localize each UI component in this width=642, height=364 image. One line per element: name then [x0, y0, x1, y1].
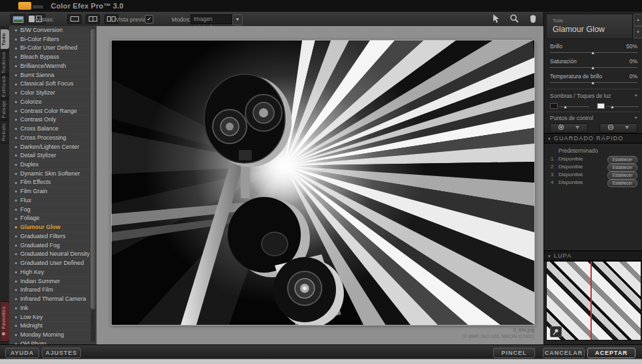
- filter-prev-button[interactable]: ▲: [634, 14, 642, 26]
- slot-set-button[interactable]: Establecer: [607, 179, 637, 187]
- filter-item-fog[interactable]: Fog: [9, 205, 97, 215]
- filter-item-infrared-film[interactable]: Infrared Film: [9, 286, 97, 295]
- lupa-collapse-icon[interactable]: ▾: [548, 254, 551, 258]
- filter-item-contrast-only[interactable]: Contrast Only: [9, 115, 97, 125]
- filter-item-flux[interactable]: Flux: [9, 196, 97, 205]
- slider-track[interactable]: ▲: [550, 52, 637, 53]
- filter-item-graduated-filters[interactable]: Graduated Filters: [9, 232, 97, 241]
- category-tab-retrato[interactable]: Retrato: [1, 120, 10, 144]
- filter-list-scrollbar-thumb[interactable]: [91, 29, 95, 309]
- slot-status: Disponible: [558, 172, 583, 177]
- filter-item-bleach-bypass[interactable]: Bleach Bypass: [9, 53, 97, 62]
- split-view-button[interactable]: [85, 14, 100, 24]
- filter-item-film-grain[interactable]: Film Grain: [9, 187, 97, 196]
- filter-next-button[interactable]: ▼: [634, 26, 642, 38]
- shadow-protect-slider[interactable]: ▲: [559, 106, 589, 107]
- filter-item-foliage[interactable]: Foliage: [9, 214, 97, 223]
- filter-item-bi-color-filters[interactable]: Bi-Color Filters: [9, 35, 97, 44]
- filter-item-old-photo[interactable]: Old Photo: [9, 340, 97, 344]
- ajustes-button[interactable]: AJUSTES: [42, 348, 81, 358]
- filter-item-film-effects[interactable]: Film Effects: [9, 178, 97, 187]
- filter-item-label: Glamour Glow: [20, 224, 61, 230]
- filter-item-contrast-color-range[interactable]: Contrast Color Range: [9, 107, 97, 116]
- lupa-pin-button[interactable]: [550, 326, 562, 337]
- filter-item-ink[interactable]: Ink: [9, 304, 97, 313]
- filter-item-dynamic-skin-softener[interactable]: Dynamic Skin Softener: [9, 170, 97, 179]
- filter-item-midnight[interactable]: Midnight: [9, 322, 97, 331]
- puntos-expand-icon[interactable]: ▸: [635, 115, 637, 120]
- preview-image[interactable]: [111, 40, 535, 326]
- slot-set-button[interactable]: Establecer: [607, 172, 637, 179]
- modos-dropdown-arrow[interactable]: ▼: [232, 14, 243, 25]
- slider-track[interactable]: ▲: [550, 82, 637, 83]
- filter-item-label: Duplex: [20, 161, 38, 168]
- guardado-rapido-header[interactable]: ▾GUARDADO RÁPIDO: [544, 133, 642, 144]
- filter-item-brilliance-warmth[interactable]: Brilliance/Warmth: [9, 62, 97, 71]
- slider-label: Temperatura de brillo: [550, 73, 602, 80]
- filter-item-high-key[interactable]: High Key: [9, 268, 97, 277]
- filter-item-bi-color-user-defined[interactable]: Bi-Color User Defined: [9, 44, 97, 53]
- category-tab-tradicional[interactable]: Tradicional: [1, 51, 10, 74]
- filter-bullet-icon: [15, 200, 17, 202]
- filter-bullet-icon: [15, 182, 17, 184]
- highlight-protect-slider[interactable]: ▲: [606, 106, 639, 107]
- hand-icon[interactable]: [527, 14, 540, 24]
- add-negative-control-point-button[interactable]: [600, 123, 637, 133]
- slider-marker[interactable]: ▲: [590, 50, 595, 55]
- filter-item-darken-lighten-center[interactable]: Darken/Lighten Center: [9, 143, 97, 152]
- filter-item-infrared-thermal-camera[interactable]: Infrared Thermal Camera: [9, 295, 97, 304]
- title-bar: Color Efex Pro™ 3.0: [0, 0, 642, 12]
- pincel-button[interactable]: PINCEL: [493, 348, 535, 358]
- filter-item-b-w-conversion[interactable]: B/W Conversion: [9, 26, 97, 35]
- filter-bullet-icon: [15, 119, 17, 121]
- single-view-button[interactable]: [67, 14, 82, 24]
- slot-set-button[interactable]: Establecer: [607, 156, 637, 164]
- ayuda-button[interactable]: AYUDA: [5, 348, 39, 358]
- filter-item-burnt-sienna[interactable]: Burnt Sienna: [9, 71, 97, 80]
- add-positive-control-point-button[interactable]: [550, 123, 588, 133]
- category-tab-todo[interactable]: Todo: [1, 29, 9, 49]
- filter-item-cross-processing[interactable]: Cross Processing: [9, 134, 97, 143]
- filter-item-graduated-user-defined[interactable]: Graduated User Defined: [9, 259, 97, 268]
- filter-item-detail-stylizer[interactable]: Detail Stylizer: [9, 151, 97, 160]
- slider-marker[interactable]: ▲: [590, 65, 595, 70]
- cursor-icon[interactable]: [489, 14, 502, 24]
- filter-item-label: Cross Processing: [20, 134, 67, 141]
- filter-item-color-stylizer[interactable]: Color Stylizer: [9, 89, 97, 98]
- lupa-header[interactable]: ▾LUPA: [544, 250, 642, 261]
- filter-bullet-icon: [15, 253, 17, 255]
- filter-item-indian-summer[interactable]: Indian Summer: [9, 277, 97, 286]
- guardado-collapse-icon[interactable]: ▾: [548, 136, 551, 141]
- filter-item-glamour-glow[interactable]: Glamour Glow: [9, 223, 97, 232]
- cancelar-button[interactable]: CANCELAR: [543, 348, 585, 358]
- category-tab-favoritos[interactable]: ✱ Favoritos: [1, 301, 10, 342]
- slider-track[interactable]: ▲: [550, 67, 637, 68]
- modos-dropdown[interactable]: Imagen original: [191, 14, 232, 24]
- filter-selector[interactable]: Todo Glamour Glow: [546, 14, 633, 39]
- filter-item-classical-soft-focus[interactable]: Classical Soft Focus: [9, 80, 97, 89]
- category-tab-paisaje[interactable]: Paisaje: [1, 99, 10, 119]
- lupa-split-line[interactable]: [590, 262, 592, 340]
- slot-status: Disponible: [558, 164, 583, 170]
- filter-item-label: High Key: [20, 269, 44, 275]
- filter-item-colorize[interactable]: Colorize: [9, 98, 97, 107]
- filter-item-graduated-neutral-density[interactable]: Graduated Neutral Density: [9, 250, 97, 259]
- filter-bullet-icon: [15, 235, 17, 237]
- highlight-slider-marker[interactable]: ▲: [610, 104, 615, 109]
- slot-set-button[interactable]: Establecer: [607, 164, 637, 172]
- slider-marker[interactable]: ▲: [590, 80, 595, 85]
- filter-item-graduated-fog[interactable]: Graduated Fog: [9, 241, 97, 250]
- category-tab-estilizado[interactable]: Estilizado: [1, 75, 10, 98]
- image-thumbnail-button[interactable]: [10, 14, 26, 25]
- filter-item-low-key[interactable]: Low Key: [9, 313, 97, 322]
- sombras-expand-icon[interactable]: ▸: [635, 93, 637, 98]
- vista-previa-checkbox[interactable]: ✓: [145, 15, 153, 23]
- filter-item-label: Graduated Fog: [20, 242, 60, 249]
- lupa-preview[interactable]: [546, 261, 641, 341]
- shadow-slider-marker[interactable]: ▲: [563, 104, 568, 109]
- aceptar-button[interactable]: ACEPTAR: [587, 348, 635, 358]
- filter-item-monday-morning[interactable]: Monday Morning: [9, 331, 97, 340]
- filter-item-cross-balance[interactable]: Cross Balance: [9, 125, 97, 134]
- filter-item-duplex[interactable]: Duplex: [9, 160, 97, 170]
- zoom-icon[interactable]: [508, 14, 521, 24]
